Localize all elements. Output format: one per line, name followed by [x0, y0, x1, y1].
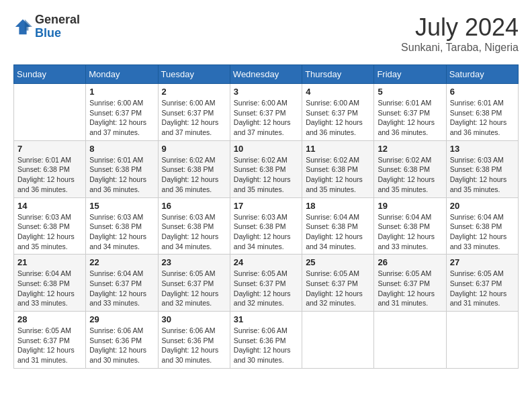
day-cell: 20Sunrise: 6:04 AM Sunset: 6:38 PM Dayli… [446, 197, 518, 255]
day-number: 28 [17, 314, 82, 324]
header: General Blue July 2024 Sunkani, Taraba, … [13, 13, 519, 54]
day-info: Sunrise: 6:03 AM Sunset: 6:38 PM Dayligh… [450, 155, 515, 195]
week-row-1: 1Sunrise: 6:00 AM Sunset: 6:37 PM Daylig… [14, 84, 519, 141]
day-number: 19 [378, 201, 442, 211]
logo-blue-text: Blue [35, 26, 61, 40]
day-cell: 30Sunrise: 6:06 AM Sunset: 6:36 PM Dayli… [158, 312, 230, 369]
day-number: 3 [234, 87, 298, 97]
day-number: 24 [234, 257, 298, 267]
day-info: Sunrise: 6:01 AM Sunset: 6:38 PM Dayligh… [450, 98, 515, 138]
day-header-wednesday: Wednesday [230, 65, 302, 84]
day-cell: 24Sunrise: 6:05 AM Sunset: 6:37 PM Dayli… [230, 255, 302, 312]
day-number: 20 [450, 201, 515, 211]
day-number: 18 [306, 201, 370, 211]
day-info: Sunrise: 6:04 AM Sunset: 6:38 PM Dayligh… [378, 212, 442, 252]
day-cell: 11Sunrise: 6:02 AM Sunset: 6:38 PM Dayli… [302, 140, 374, 197]
title-area: July 2024 Sunkani, Taraba, Nigeria [401, 13, 519, 54]
logo-icon [13, 17, 32, 36]
month-title: July 2024 [401, 13, 519, 42]
day-cell: 18Sunrise: 6:04 AM Sunset: 6:38 PM Dayli… [302, 197, 374, 255]
day-info: Sunrise: 6:03 AM Sunset: 6:38 PM Dayligh… [234, 212, 298, 252]
day-info: Sunrise: 6:05 AM Sunset: 6:37 PM Dayligh… [450, 269, 515, 308]
day-cell: 15Sunrise: 6:03 AM Sunset: 6:38 PM Dayli… [86, 197, 158, 255]
svg-marker-1 [25, 19, 32, 31]
day-number: 21 [17, 257, 82, 267]
day-info: Sunrise: 6:05 AM Sunset: 6:37 PM Dayligh… [234, 269, 298, 308]
day-number: 8 [89, 144, 154, 154]
day-header-friday: Friday [374, 65, 446, 84]
day-header-thursday: Thursday [302, 65, 374, 84]
week-row-2: 7Sunrise: 6:01 AM Sunset: 6:38 PM Daylig… [14, 140, 519, 197]
location-title: Sunkani, Taraba, Nigeria [401, 42, 519, 54]
day-number: 11 [306, 144, 370, 154]
day-info: Sunrise: 6:00 AM Sunset: 6:37 PM Dayligh… [89, 98, 154, 138]
day-number: 9 [162, 144, 226, 154]
day-info: Sunrise: 6:04 AM Sunset: 6:38 PM Dayligh… [450, 212, 515, 252]
logo: General Blue [13, 13, 80, 40]
day-cell: 12Sunrise: 6:02 AM Sunset: 6:38 PM Dayli… [374, 140, 446, 197]
day-number: 1 [89, 87, 154, 97]
week-row-3: 14Sunrise: 6:03 AM Sunset: 6:38 PM Dayli… [14, 197, 519, 255]
day-cell: 17Sunrise: 6:03 AM Sunset: 6:38 PM Dayli… [230, 197, 302, 255]
day-info: Sunrise: 6:05 AM Sunset: 6:37 PM Dayligh… [162, 269, 226, 308]
day-info: Sunrise: 6:01 AM Sunset: 6:37 PM Dayligh… [378, 98, 442, 138]
day-cell: 1Sunrise: 6:00 AM Sunset: 6:37 PM Daylig… [86, 84, 158, 141]
day-cell: 6Sunrise: 6:01 AM Sunset: 6:38 PM Daylig… [446, 84, 518, 141]
day-info: Sunrise: 6:06 AM Sunset: 6:36 PM Dayligh… [234, 326, 298, 365]
day-number: 27 [450, 257, 515, 267]
day-number: 4 [306, 87, 370, 97]
day-cell: 13Sunrise: 6:03 AM Sunset: 6:38 PM Dayli… [446, 140, 518, 197]
day-number: 10 [234, 144, 298, 154]
day-number: 16 [162, 201, 226, 211]
day-cell: 16Sunrise: 6:03 AM Sunset: 6:38 PM Dayli… [158, 197, 230, 255]
day-info: Sunrise: 6:02 AM Sunset: 6:38 PM Dayligh… [162, 155, 226, 195]
day-cell: 14Sunrise: 6:03 AM Sunset: 6:38 PM Dayli… [14, 197, 86, 255]
day-number: 5 [378, 87, 442, 97]
day-info: Sunrise: 6:05 AM Sunset: 6:37 PM Dayligh… [378, 269, 442, 308]
day-header-tuesday: Tuesday [158, 65, 230, 84]
day-number: 17 [234, 201, 298, 211]
day-cell: 2Sunrise: 6:00 AM Sunset: 6:37 PM Daylig… [158, 84, 230, 141]
day-info: Sunrise: 6:05 AM Sunset: 6:37 PM Dayligh… [17, 326, 82, 365]
day-info: Sunrise: 6:03 AM Sunset: 6:38 PM Dayligh… [89, 212, 154, 252]
day-cell: 21Sunrise: 6:04 AM Sunset: 6:38 PM Dayli… [14, 255, 86, 312]
day-cell: 5Sunrise: 6:01 AM Sunset: 6:37 PM Daylig… [374, 84, 446, 141]
day-cell: 31Sunrise: 6:06 AM Sunset: 6:36 PM Dayli… [230, 312, 302, 369]
day-cell: 19Sunrise: 6:04 AM Sunset: 6:38 PM Dayli… [374, 197, 446, 255]
day-info: Sunrise: 6:06 AM Sunset: 6:36 PM Dayligh… [162, 326, 226, 365]
day-header-monday: Monday [86, 65, 158, 84]
week-row-4: 21Sunrise: 6:04 AM Sunset: 6:38 PM Dayli… [14, 255, 519, 312]
day-cell: 26Sunrise: 6:05 AM Sunset: 6:37 PM Dayli… [374, 255, 446, 312]
day-number: 23 [162, 257, 226, 267]
day-number: 30 [162, 314, 226, 324]
day-info: Sunrise: 6:00 AM Sunset: 6:37 PM Dayligh… [162, 98, 226, 138]
day-number: 15 [89, 201, 154, 211]
week-row-5: 28Sunrise: 6:05 AM Sunset: 6:37 PM Dayli… [14, 312, 519, 369]
day-info: Sunrise: 6:06 AM Sunset: 6:36 PM Dayligh… [89, 326, 154, 365]
day-info: Sunrise: 6:01 AM Sunset: 6:38 PM Dayligh… [17, 155, 82, 195]
day-info: Sunrise: 6:01 AM Sunset: 6:38 PM Dayligh… [89, 155, 154, 195]
day-cell: 27Sunrise: 6:05 AM Sunset: 6:37 PM Dayli… [446, 255, 518, 312]
day-number: 29 [89, 314, 154, 324]
day-header-sunday: Sunday [14, 65, 86, 84]
day-info: Sunrise: 6:05 AM Sunset: 6:37 PM Dayligh… [306, 269, 370, 308]
day-cell: 22Sunrise: 6:04 AM Sunset: 6:37 PM Dayli… [86, 255, 158, 312]
day-cell: 23Sunrise: 6:05 AM Sunset: 6:37 PM Dayli… [158, 255, 230, 312]
day-cell: 3Sunrise: 6:00 AM Sunset: 6:37 PM Daylig… [230, 84, 302, 141]
day-info: Sunrise: 6:03 AM Sunset: 6:38 PM Dayligh… [162, 212, 226, 252]
day-info: Sunrise: 6:02 AM Sunset: 6:38 PM Dayligh… [378, 155, 442, 195]
day-info: Sunrise: 6:04 AM Sunset: 6:37 PM Dayligh… [89, 269, 154, 308]
day-number: 6 [450, 87, 515, 97]
day-info: Sunrise: 6:02 AM Sunset: 6:38 PM Dayligh… [306, 155, 370, 195]
day-cell: 28Sunrise: 6:05 AM Sunset: 6:37 PM Dayli… [14, 312, 86, 369]
day-info: Sunrise: 6:04 AM Sunset: 6:38 PM Dayligh… [306, 212, 370, 252]
day-cell: 10Sunrise: 6:02 AM Sunset: 6:38 PM Dayli… [230, 140, 302, 197]
day-cell [302, 312, 374, 369]
day-cell: 9Sunrise: 6:02 AM Sunset: 6:38 PM Daylig… [158, 140, 230, 197]
day-info: Sunrise: 6:00 AM Sunset: 6:37 PM Dayligh… [234, 98, 298, 138]
day-cell [446, 312, 518, 369]
day-number: 13 [450, 144, 515, 154]
day-cell: 4Sunrise: 6:00 AM Sunset: 6:37 PM Daylig… [302, 84, 374, 141]
day-number: 26 [378, 257, 442, 267]
day-header-saturday: Saturday [446, 65, 518, 84]
